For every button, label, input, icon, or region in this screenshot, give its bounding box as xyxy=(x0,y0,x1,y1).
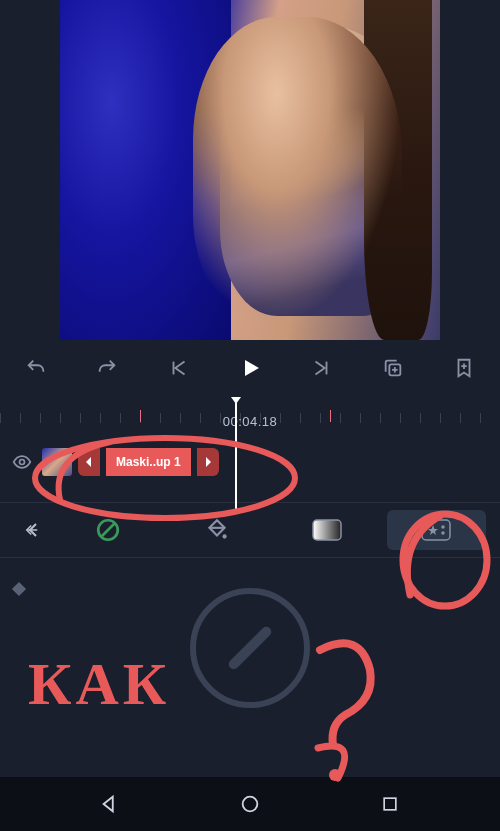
undo-button[interactable] xyxy=(18,350,54,386)
svg-rect-16 xyxy=(313,520,341,540)
svg-marker-18 xyxy=(428,525,438,535)
clip-prev-button[interactable] xyxy=(78,448,100,476)
redo-button[interactable] xyxy=(89,350,125,386)
svg-point-8 xyxy=(20,460,25,465)
preview-canvas[interactable] xyxy=(60,0,440,340)
track-thumbnail[interactable] xyxy=(42,448,72,476)
svg-point-19 xyxy=(442,526,444,528)
svg-marker-21 xyxy=(104,797,113,812)
play-button[interactable] xyxy=(232,350,268,386)
back-button[interactable] xyxy=(14,513,48,547)
preview-figure xyxy=(220,27,410,316)
svg-marker-10 xyxy=(206,457,211,467)
keyframe-marker[interactable] xyxy=(12,582,26,596)
skip-start-button[interactable] xyxy=(161,350,197,386)
tab-none[interactable] xyxy=(58,510,158,550)
nav-recent-button[interactable] xyxy=(360,786,420,822)
tab-effects[interactable] xyxy=(387,510,487,550)
svg-marker-1 xyxy=(245,360,259,376)
svg-line-14 xyxy=(101,524,114,537)
annotation-text: КАК xyxy=(28,650,170,719)
svg-rect-23 xyxy=(384,798,396,810)
timeline-ruler[interactable]: 00:04.18 xyxy=(0,396,500,440)
no-effect-icon xyxy=(190,588,310,708)
selected-clip[interactable]: Maski..up 1 xyxy=(106,448,191,476)
duplicate-button[interactable] xyxy=(375,350,411,386)
track-row: Maski..up 1 xyxy=(0,440,500,484)
playhead[interactable] xyxy=(235,403,237,513)
preview-figure-hair xyxy=(364,0,432,340)
main-toolbar xyxy=(0,340,500,396)
tab-mask[interactable] xyxy=(277,510,377,550)
svg-marker-9 xyxy=(86,457,91,467)
system-navbar xyxy=(0,777,500,831)
edit-tabs xyxy=(0,502,500,558)
timecode-label: 00:04.18 xyxy=(223,414,278,429)
svg-point-22 xyxy=(243,797,258,812)
svg-point-15 xyxy=(223,534,227,538)
bookmark-add-button[interactable] xyxy=(446,350,482,386)
tab-fill[interactable] xyxy=(168,510,268,550)
nav-back-button[interactable] xyxy=(80,786,140,822)
visibility-toggle[interactable] xyxy=(8,448,36,476)
skip-end-button[interactable] xyxy=(303,350,339,386)
nav-home-button[interactable] xyxy=(220,786,280,822)
svg-point-20 xyxy=(442,532,444,534)
clip-next-button[interactable] xyxy=(197,448,219,476)
